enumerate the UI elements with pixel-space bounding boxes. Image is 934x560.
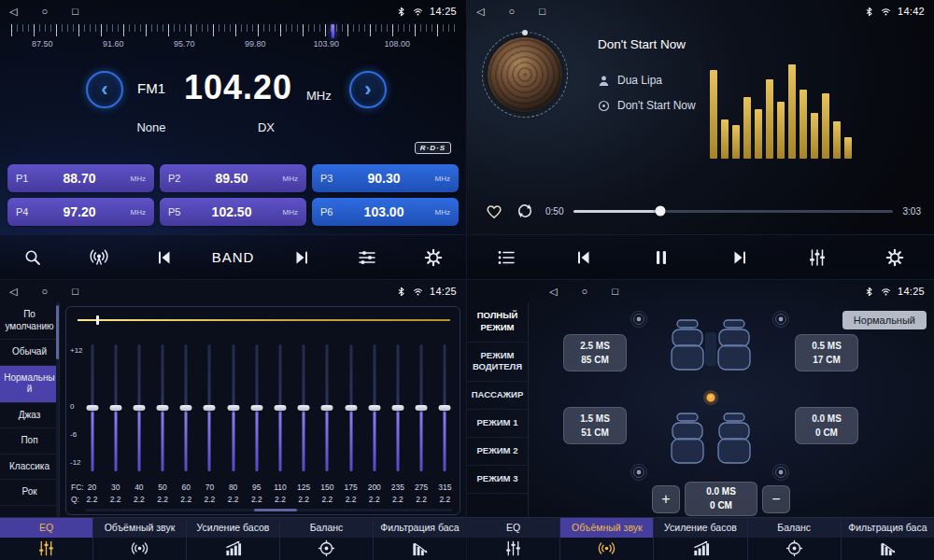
eq-slider-knob[interactable] (416, 405, 428, 411)
next-track-icon[interactable] (283, 241, 320, 274)
eq-band-slider[interactable] (320, 343, 334, 473)
eq-band-slider[interactable] (274, 343, 288, 473)
eq-slider-knob[interactable] (157, 405, 169, 411)
eq-band-slider[interactable] (85, 343, 99, 473)
preset-button-p2[interactable]: P289.50MHz (160, 164, 306, 192)
preset-button-p4[interactable]: P497.20MHz (7, 198, 154, 226)
pause-icon[interactable] (643, 241, 680, 274)
eq-preset-rock[interactable]: Рок (0, 480, 59, 506)
eq-band-slider[interactable] (249, 343, 263, 473)
nav-home-icon[interactable]: ○ (581, 287, 587, 297)
seek-up-button[interactable]: › (349, 71, 387, 108)
eq-slider-knob[interactable] (439, 405, 451, 411)
nav-back-icon[interactable]: ◁ (9, 287, 17, 297)
mode-driver[interactable]: РЕЖИМ ВОДИТЕЛЯ (467, 343, 528, 383)
eq-slider-knob[interactable] (109, 405, 121, 411)
nav-home-icon[interactable]: ○ (508, 7, 515, 17)
delay-rear-left[interactable]: 1.5 MS51 CM (563, 407, 627, 444)
tab-surround-sound[interactable]: Объёмный звук (560, 518, 654, 560)
previous-track-icon[interactable] (146, 241, 183, 274)
band-button[interactable]: BAND (212, 241, 255, 274)
next-track-icon[interactable] (721, 241, 758, 274)
equalizer-settings-icon[interactable] (348, 241, 386, 274)
eq-slider-knob[interactable] (275, 405, 287, 411)
master-slider-knob[interactable] (96, 315, 99, 325)
settings-gear-icon[interactable] (876, 241, 913, 274)
repeat-icon[interactable] (515, 201, 535, 221)
delay-front-right[interactable]: 0.5 MS17 CM (795, 334, 858, 371)
mode-2[interactable]: РЕЖИМ 2 (467, 438, 528, 466)
nav-recents-icon[interactable]: □ (72, 287, 78, 297)
progress-knob[interactable] (655, 206, 665, 217)
mode-3[interactable]: РЕЖИМ 3 (467, 466, 528, 494)
eq-band-slider[interactable] (132, 343, 146, 473)
eq-band-slider[interactable] (415, 343, 429, 473)
eq-slider-knob[interactable] (180, 405, 192, 411)
eq-preset-default[interactable]: По умолчанию (0, 302, 59, 340)
eq-preset-custom[interactable]: Обычай (0, 340, 59, 366)
search-stations-icon[interactable] (14, 241, 51, 274)
mode-full[interactable]: ПОЛНЫЙ РЕЖИМ (467, 302, 528, 343)
preset-button-p5[interactable]: P5102.50MHz (160, 198, 306, 226)
eq-preset-normal[interactable]: Нормальный (0, 366, 59, 403)
tab-eq[interactable]: EQ (467, 518, 560, 560)
nav-home-icon[interactable]: ○ (41, 287, 48, 297)
nav-recents-icon[interactable]: □ (539, 7, 545, 17)
master-level-slider[interactable] (78, 315, 450, 326)
scrollbar-thumb[interactable] (254, 509, 297, 511)
tab-eq[interactable]: EQ (0, 518, 93, 560)
eq-slider-knob[interactable] (133, 405, 145, 411)
eq-band-slider[interactable] (203, 343, 217, 473)
eq-slider-knob[interactable] (227, 405, 239, 411)
eq-preset-pop[interactable]: Поп (0, 428, 59, 455)
eq-slider-knob[interactable] (368, 405, 380, 411)
nav-back-icon[interactable]: ◁ (9, 7, 17, 17)
nav-recents-icon[interactable]: □ (612, 287, 618, 297)
eq-band-slider[interactable] (108, 343, 122, 473)
nav-recents-icon[interactable]: □ (72, 7, 78, 17)
delay-front-left[interactable]: 2.5 MS85 CM (563, 334, 627, 371)
eq-band-slider[interactable] (438, 343, 452, 473)
dx-mode[interactable]: DX (245, 120, 288, 134)
nav-home-icon[interactable]: ○ (41, 7, 48, 17)
eq-slider-knob[interactable] (391, 405, 403, 411)
eq-slider-knob[interactable] (204, 405, 216, 411)
scrollbar-thumb[interactable] (56, 305, 59, 359)
eq-band-slider[interactable] (297, 343, 311, 473)
eq-slider-knob[interactable] (345, 405, 357, 411)
playlist-icon[interactable] (488, 241, 525, 274)
eq-slider-knob[interactable] (250, 405, 262, 411)
nav-back-icon[interactable]: ◁ (549, 287, 557, 297)
tab-bass-filter[interactable]: Фильтрация баса (374, 518, 466, 560)
delay-decrease-button[interactable]: − (762, 485, 790, 513)
sidebar-scrollbar[interactable] (56, 302, 59, 517)
eq-slider-knob[interactable] (86, 405, 98, 411)
tab-surround-sound[interactable]: Объёмный звук (93, 518, 187, 560)
nav-back-icon[interactable]: ◁ (476, 7, 484, 17)
eq-band-slider[interactable] (344, 343, 358, 473)
tuning-pointer[interactable] (332, 24, 334, 38)
equalizer-settings-icon[interactable] (799, 241, 836, 274)
broadcast-icon[interactable] (80, 241, 118, 274)
tab-balance[interactable]: Баланс (280, 518, 374, 560)
preset-button-p1[interactable]: P188.70MHz (7, 164, 154, 192)
tab-bass-boost[interactable]: Усиление басов (654, 518, 747, 560)
progress-bar[interactable] (573, 210, 892, 213)
sound-preset-button[interactable]: Нормальный (842, 311, 927, 329)
mode-1[interactable]: РЕЖИМ 1 (467, 410, 528, 438)
favorite-heart-icon[interactable] (484, 201, 504, 221)
eq-slider-knob[interactable] (298, 405, 310, 411)
delay-rear-right[interactable]: 0.0 MS0 CM (795, 407, 858, 444)
mode-passenger[interactable]: ПАССАЖИР (467, 382, 528, 410)
previous-track-icon[interactable] (565, 241, 602, 274)
eq-preset-jazz[interactable]: Джаз (0, 403, 59, 429)
eq-band-slider[interactable] (179, 343, 193, 473)
delay-increase-button[interactable]: + (652, 485, 680, 513)
tab-bass-filter[interactable]: Фильтрация баса (842, 518, 934, 560)
eq-band-slider[interactable] (390, 343, 404, 473)
bands-horizontal-scrollbar[interactable] (85, 509, 452, 511)
settings-gear-icon[interactable] (415, 241, 452, 274)
preset-button-p6[interactable]: P6103.00MHz (312, 198, 459, 226)
eq-band-slider[interactable] (156, 343, 170, 473)
eq-preset-classic[interactable]: Классика (0, 455, 59, 481)
